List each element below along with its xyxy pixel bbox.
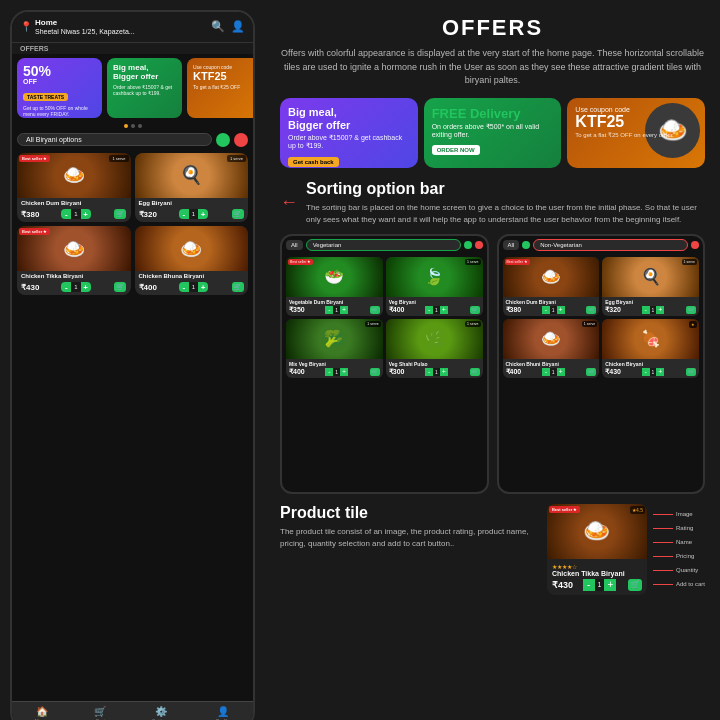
mini-nv-cart-2[interactable]: 🛒 <box>686 306 696 314</box>
offer-card-discount[interactable]: 50% OFF TASTE TREATS Get up to 50% OFF o… <box>17 58 102 118</box>
pt-qty-plus[interactable]: + <box>604 579 616 591</box>
nav-profile[interactable]: 👤 Profile <box>216 706 230 720</box>
mini-veg-cart-1[interactable]: 🛒 <box>370 306 380 314</box>
serve-badge-2: 1 serve <box>227 155 246 162</box>
display-card-btn-1[interactable]: Get cash back <box>288 157 339 167</box>
qty-plus-4[interactable]: + <box>198 282 208 292</box>
pt-qty-control[interactable]: - 1 + <box>583 579 617 591</box>
non-veg-filter-dot[interactable] <box>234 133 248 147</box>
qty-plus-1[interactable]: + <box>81 209 91 219</box>
cart-btn-1[interactable]: 🛒 <box>114 209 126 219</box>
qty-minus-1[interactable]: - <box>61 209 71 219</box>
mini-nv-cart-1[interactable]: 🛒 <box>586 306 596 314</box>
mini-nv-card-1[interactable]: 🍛 Best seller ★ Chicken Dum Biryani ₹380… <box>503 257 600 316</box>
mini-all-btn-nonveg[interactable]: All <box>503 240 520 250</box>
mini-nv-plus-4[interactable]: + <box>656 368 664 376</box>
pt-cart-btn[interactable]: 🛒 <box>628 579 642 591</box>
qty-plus-3[interactable]: + <box>81 282 91 292</box>
mini-veg-qty-3[interactable]: - 1 + <box>325 368 348 376</box>
product-card-1[interactable]: 🍛 Best seller ★ 1 serve Chicken Dum Biry… <box>17 153 131 222</box>
mini-veg-dot-nv[interactable] <box>522 241 530 249</box>
cart-btn-3[interactable]: 🛒 <box>114 282 126 292</box>
nav-settings[interactable]: ⚙️ Settings <box>152 706 170 720</box>
product-tile-card[interactable]: 🍛 Best seller ★ ★4.5 ★★★★☆ Chicken Tikka… <box>547 504 647 595</box>
display-card-big-meal[interactable]: Big meal,Bigger offer Order above ₹1500?… <box>280 98 418 168</box>
mini-nv-card-4[interactable]: 🍖 ★ Chicken Biryani ₹430 - 1 + 🛒 <box>602 319 699 378</box>
qty-minus-2[interactable]: - <box>179 209 189 219</box>
mini-veg-qty-1[interactable]: - 1 + <box>325 306 348 314</box>
mini-veg-card-4[interactable]: 🌿 1 serve Veg Shahi Pulao ₹300 - 1 + <box>386 319 483 378</box>
mini-nv-plus-2[interactable]: + <box>656 306 664 314</box>
display-card-coupon[interactable]: 🍛 Use coupon code KTF25 To get a flat ₹2… <box>567 98 705 168</box>
mini-nv-qty-3[interactable]: - 1 + <box>542 368 565 376</box>
cart-btn-2[interactable]: 🛒 <box>232 209 244 219</box>
mini-veg-plus-1[interactable]: + <box>340 306 348 314</box>
mini-nv-plus-3[interactable]: + <box>557 368 565 376</box>
qty-control-1[interactable]: - 1 + <box>61 209 90 219</box>
mini-nv-cart-3[interactable]: 🛒 <box>586 368 596 376</box>
mini-veg-plus-4[interactable]: + <box>440 368 448 376</box>
settings-nav-icon: ⚙️ <box>155 706 167 717</box>
nav-home[interactable]: 🏠 Home <box>35 706 48 720</box>
qty-control-4[interactable]: - 1 + <box>179 282 208 292</box>
dot-1[interactable] <box>124 124 128 128</box>
product-card-4[interactable]: 🍛 Chicken Bhuna Biryani ₹400 - 1 + 🛒 <box>135 226 249 295</box>
qty-control-2[interactable]: - 1 + <box>179 209 208 219</box>
profile-icon[interactable]: 👤 <box>231 20 245 33</box>
mini-nv-qty-1[interactable]: - 1 + <box>542 306 565 314</box>
cart-btn-4[interactable]: 🛒 <box>232 282 244 292</box>
mini-veg-card-3[interactable]: 🥦 1 serve Mix Veg Biryani ₹400 - 1 + <box>286 319 383 378</box>
discount-desc: Get up to 50% OFF on whole menu every FR… <box>23 105 96 117</box>
mini-veg-minus-4[interactable]: - <box>425 368 433 376</box>
mini-nv-minus-2[interactable]: - <box>642 306 650 314</box>
mini-all-btn-veg[interactable]: All <box>286 240 303 250</box>
search-icon[interactable]: 🔍 <box>211 20 225 33</box>
mini-veg-cart-4[interactable]: 🛒 <box>470 368 480 376</box>
mini-nonveg-filter[interactable]: Non-Vegetarian <box>533 239 688 251</box>
mini-nv-plus-1[interactable]: + <box>557 306 565 314</box>
mini-veg-qty-4[interactable]: - 1 + <box>425 368 448 376</box>
offer-card-big-meal[interactable]: Big meal,Bigger offer Order above ₹1500?… <box>107 58 182 118</box>
product-card-2[interactable]: 🍳 1 serve Egg Biryani ₹320 - 1 + 🛒 <box>135 153 249 222</box>
mini-veg-minus-3[interactable]: - <box>325 368 333 376</box>
mini-veg-minus-1[interactable]: - <box>325 306 333 314</box>
product-card-3[interactable]: 🍛 Best seller ★ Chicken Tikka Biryani ₹4… <box>17 226 131 295</box>
mini-nv-qty-2[interactable]: - 1 + <box>642 306 665 314</box>
mini-nonveg-dot[interactable] <box>691 241 699 249</box>
qty-minus-3[interactable]: - <box>61 282 71 292</box>
qty-control-3[interactable]: - 1 + <box>61 282 90 292</box>
mini-veg-card-2[interactable]: 🍃 1 serve Veg Biryani ₹400 - 1 + � <box>386 257 483 316</box>
mini-nv-card-3[interactable]: 🍛 1 serve Chicken Bhuni Biryani ₹400 - 1… <box>503 319 600 378</box>
best-seller-badge-1: Best seller ★ <box>19 155 50 162</box>
annotation-line-5 <box>653 570 673 571</box>
mini-nv-card-2[interactable]: 🍳 1 serve Egg Biryani ₹320 - 1 + � <box>602 257 699 316</box>
all-biryani-filter[interactable]: All Biryani options <box>17 133 212 146</box>
qty-plus-2[interactable]: + <box>198 209 208 219</box>
mini-nonveg-dot-veg[interactable] <box>475 241 483 249</box>
taste-treats-btn[interactable]: TASTE TREATS <box>23 93 68 101</box>
mini-veg-card-1[interactable]: 🥗 Best seller ★ Vegetable Dum Biryani ₹3… <box>286 257 383 316</box>
mini-veg-dot[interactable] <box>464 241 472 249</box>
mini-veg-cart-3[interactable]: 🛒 <box>370 368 380 376</box>
mini-veg-plus-3[interactable]: + <box>340 368 348 376</box>
nav-cart[interactable]: 🛒 Cart <box>94 706 106 720</box>
offer-card-coupon[interactable]: Use coupon code KTF25 To get a flat ₹25 … <box>187 58 253 118</box>
dot-2[interactable] <box>131 124 135 128</box>
mini-nv-cart-4[interactable]: 🛒 <box>686 368 696 376</box>
order-now-btn[interactable]: ORDER NOW <box>432 145 480 155</box>
dot-3[interactable] <box>138 124 142 128</box>
pt-qty-minus[interactable]: - <box>583 579 595 591</box>
mini-nv-minus-1[interactable]: - <box>542 306 550 314</box>
mini-veg-plus-2[interactable]: + <box>440 306 448 314</box>
display-card-free-delivery[interactable]: FREE Delivery On orders above ₹500* on a… <box>424 98 562 168</box>
mini-veg-minus-2[interactable]: - <box>425 306 433 314</box>
phone-header-left: 📍 Home Sheetal Niwas 1/25, Kapazeta... <box>20 18 135 36</box>
mini-nv-qty-4[interactable]: - 1 + <box>642 368 665 376</box>
mini-veg-qty-2[interactable]: - 1 + <box>425 306 448 314</box>
mini-nv-minus-4[interactable]: - <box>642 368 650 376</box>
qty-minus-4[interactable]: - <box>179 282 189 292</box>
mini-nv-minus-3[interactable]: - <box>542 368 550 376</box>
mini-veg-filter[interactable]: Vegetarian <box>306 239 461 251</box>
veg-filter-dot[interactable] <box>216 133 230 147</box>
mini-veg-cart-2[interactable]: 🛒 <box>470 306 480 314</box>
